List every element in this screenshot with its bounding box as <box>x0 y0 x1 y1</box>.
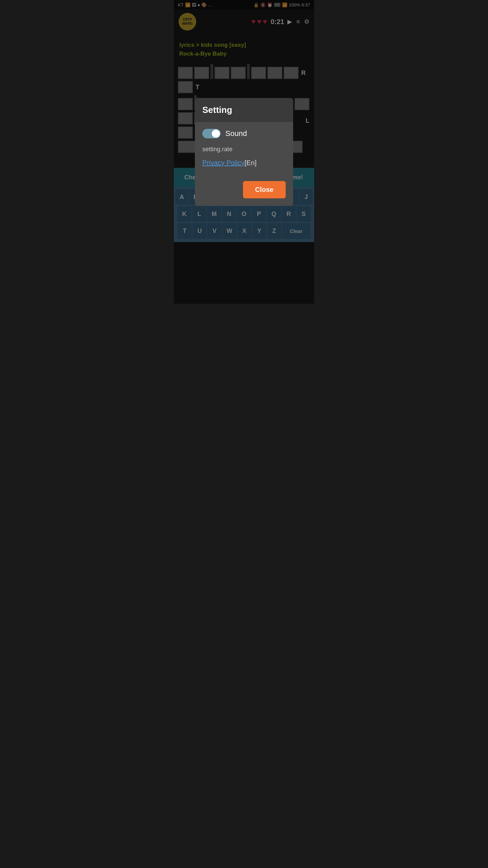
settings-modal: Setting Sound setting.rate Privacy Polic… <box>195 98 293 206</box>
sound-setting-row: Sound <box>202 129 286 138</box>
privacy-lang: [En] <box>244 159 257 166</box>
privacy-policy-link[interactable]: Privacy Policy <box>202 159 244 166</box>
modal-overlay: Setting Sound setting.rate Privacy Polic… <box>174 0 314 304</box>
modal-body: Sound setting.rate Privacy Policy[En] <box>195 122 293 181</box>
sound-label: Sound <box>225 129 247 138</box>
privacy-link-row: Privacy Policy[En] <box>202 159 286 167</box>
modal-title: Setting <box>202 105 286 115</box>
close-button[interactable]: Close <box>243 181 286 198</box>
rate-label: setting.rate <box>202 146 286 153</box>
toggle-thumb <box>212 130 220 138</box>
modal-footer: Close <box>195 181 293 206</box>
modal-header: Setting <box>195 98 293 122</box>
sound-toggle[interactable] <box>202 129 221 138</box>
